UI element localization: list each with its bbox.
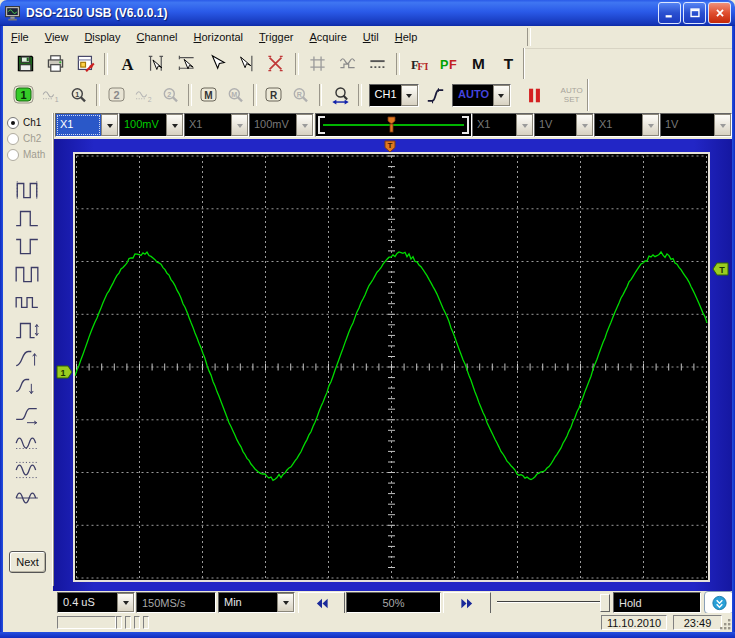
measurement-sidebar: Ch1 Ch2 Math Next xyxy=(2,113,53,586)
trigger-position-slider[interactable] xyxy=(315,113,472,137)
ch2-probe-select[interactable]: X1 xyxy=(184,113,249,137)
measure-mean-button[interactable] xyxy=(9,484,45,511)
horizontal-zoom-icon[interactable] xyxy=(327,81,352,109)
reference-zoom-icon[interactable]: R xyxy=(288,81,313,109)
ch1-level-marker[interactable]: 1 xyxy=(56,365,73,379)
save-icon[interactable] xyxy=(12,50,40,78)
svg-text:M: M xyxy=(204,90,212,101)
fft-icon[interactable]: FFT xyxy=(405,50,433,78)
reference-channel-button[interactable]: R xyxy=(263,84,285,106)
minimize-button[interactable] xyxy=(658,2,681,24)
menu-acquire[interactable]: Acquire xyxy=(301,28,354,46)
trigger-mode-select[interactable]: AUTO xyxy=(452,84,511,107)
radio-dot xyxy=(7,117,19,129)
math-volts-select[interactable]: 1V xyxy=(534,113,594,137)
trigger-slope-icon[interactable] xyxy=(423,81,448,109)
close-button[interactable] xyxy=(708,2,731,24)
menu-trigger[interactable]: Trigger xyxy=(251,28,301,46)
measure-frequency-button[interactable] xyxy=(9,288,45,315)
text-label-icon[interactable]: T xyxy=(494,50,522,78)
position-slider-track[interactable] xyxy=(497,601,602,603)
status-panel xyxy=(57,616,116,629)
cursor-measure-h-icon[interactable] xyxy=(143,50,171,78)
math-probe-select[interactable]: X1 xyxy=(472,113,534,137)
menu-view[interactable]: View xyxy=(37,28,77,46)
measure-peak-to-peak-button[interactable] xyxy=(9,456,45,483)
annotate-text-icon[interactable]: A xyxy=(113,50,141,78)
ch1-probe-arrow[interactable] xyxy=(101,114,118,136)
cursor-arrow-icon[interactable] xyxy=(202,50,230,78)
grid-icon[interactable] xyxy=(304,50,332,78)
slider-handle[interactable] xyxy=(387,116,396,134)
measure-delay-button[interactable] xyxy=(9,400,45,427)
measure-rise-time-button[interactable] xyxy=(9,344,45,371)
math-label-icon[interactable]: M xyxy=(464,50,492,78)
expand-panel-button[interactable] xyxy=(704,591,734,614)
next-page-button[interactable]: Next xyxy=(9,551,46,573)
trigger-level-marker[interactable]: T xyxy=(712,262,729,276)
math-probe-value: X1 xyxy=(473,114,516,136)
timebase-arrow[interactable] xyxy=(117,593,134,612)
print-icon[interactable] xyxy=(42,50,70,78)
ch2-volts-select[interactable]: 100mV xyxy=(249,113,314,137)
maximize-button[interactable] xyxy=(683,2,706,24)
pass-fail-icon[interactable]: PF xyxy=(435,50,463,78)
toolbar-separator xyxy=(295,53,299,75)
measure-pulse-button[interactable] xyxy=(9,316,45,343)
math-channel-button[interactable]: M xyxy=(198,84,220,106)
ch2-vertical-zoom-icon[interactable]: 2 xyxy=(158,81,183,109)
scroll-left-button[interactable] xyxy=(298,592,345,614)
measure-positive-width-button[interactable] xyxy=(9,204,45,231)
math-zoom-icon[interactable]: M xyxy=(223,81,248,109)
measure-amplitude-button[interactable] xyxy=(9,428,45,455)
scroll-right-button[interactable] xyxy=(443,592,491,614)
ch1-volts-arrow[interactable] xyxy=(166,114,183,136)
waveform-snap-icon[interactable] xyxy=(333,50,361,78)
trigger-time-marker[interactable]: T xyxy=(383,140,397,153)
trigger-source-select[interactable]: CH1 xyxy=(369,84,419,107)
ch1-probe-select[interactable]: X1 xyxy=(55,113,119,137)
trigger-source-arrow[interactable] xyxy=(401,85,418,106)
ch2-waveform-icon[interactable]: 2 xyxy=(131,81,156,109)
acquisition-mode-select[interactable]: Min xyxy=(218,592,295,613)
cursor-measure-v-icon[interactable] xyxy=(173,50,201,78)
timebase-select[interactable]: 0.4 uS xyxy=(57,592,135,613)
measure-duty-cycle-button[interactable] xyxy=(9,260,45,287)
stop-acquisition-button[interactable] xyxy=(522,81,547,109)
cursor-track-icon[interactable] xyxy=(232,50,260,78)
radio-dot xyxy=(7,149,19,161)
position-slider[interactable] xyxy=(495,592,612,612)
ref-volts-select[interactable]: 1V xyxy=(660,113,732,137)
app-icon[interactable] xyxy=(4,5,21,22)
svg-text:1: 1 xyxy=(60,368,65,378)
resize-grip[interactable] xyxy=(719,618,732,631)
time-display: 23:49 xyxy=(673,615,722,630)
math-probe-arrow xyxy=(516,114,533,136)
measure-negative-width-button[interactable] xyxy=(9,232,45,259)
measure-fall-time-button[interactable] xyxy=(9,372,45,399)
menu-help[interactable]: Help xyxy=(387,28,426,46)
menu-horizontal[interactable]: Horizontal xyxy=(185,28,251,46)
cursor-clear-icon[interactable] xyxy=(262,50,290,78)
channel-radio-ch1[interactable]: Ch1 xyxy=(7,116,52,129)
channel-radio-math[interactable]: Math xyxy=(7,148,52,161)
ch1-vertical-zoom-icon[interactable]: 1 xyxy=(65,81,90,109)
scope-display[interactable] xyxy=(75,154,708,580)
position-slider-thumb[interactable] xyxy=(600,594,610,612)
menu-file[interactable]: File xyxy=(3,28,37,46)
reference-line-icon[interactable] xyxy=(363,50,391,78)
measure-period-button[interactable] xyxy=(9,176,45,203)
menu-util[interactable]: Util xyxy=(355,28,387,46)
ch1-volts-select[interactable]: 100mV xyxy=(119,113,184,137)
ch2-enable-button[interactable]: 2 xyxy=(106,84,128,106)
ch1-waveform-icon[interactable]: 1 xyxy=(38,81,63,109)
ch1-enable-button[interactable]: 1 xyxy=(13,84,35,106)
menu-channel[interactable]: Channel xyxy=(128,28,185,46)
acquisition-mode-arrow[interactable] xyxy=(277,593,294,612)
page-setup-icon[interactable] xyxy=(72,50,100,78)
trigger-mode-arrow[interactable] xyxy=(493,85,510,106)
ref-probe-select[interactable]: X1 xyxy=(594,113,660,137)
autoset-button[interactable]: AUTO SET xyxy=(556,86,587,104)
menu-display[interactable]: Display xyxy=(76,28,128,46)
channel-radio-ch2[interactable]: Ch2 xyxy=(7,132,52,145)
